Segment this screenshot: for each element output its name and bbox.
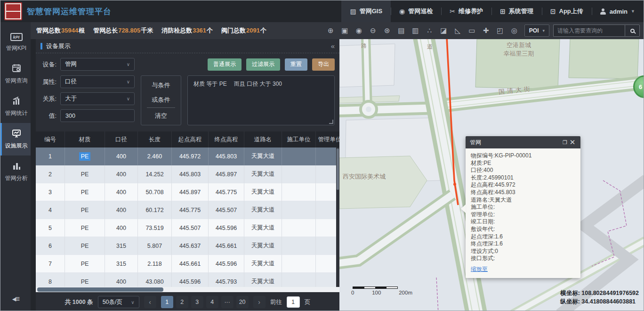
popup-field: 起点埋深:1.6 <box>471 233 575 241</box>
page-size-select[interactable]: 50条/页 ∨ <box>98 296 139 308</box>
divider <box>147 107 175 108</box>
scale-bar-labels: 0100200m <box>351 290 412 295</box>
scrollbar-thumb[interactable] <box>337 148 339 190</box>
map-label-road-fragment: 道 <box>427 43 433 51</box>
popup-field: 竣工日期: <box>471 218 575 226</box>
stat-unit: 根 <box>79 27 85 34</box>
reset-button[interactable]: 重置 <box>285 58 307 71</box>
normal-display-button[interactable]: 普通展示 <box>208 58 242 71</box>
locate-pin-icon[interactable]: ◉ <box>353 25 365 37</box>
page-button[interactable]: ··· <box>221 296 233 308</box>
value-input[interactable] <box>60 109 135 122</box>
close-icon[interactable]: ✕ <box>569 138 576 147</box>
map-toolbar: ⊕▣◉⊖⊛▤▥∴◪◺▭✚◰◎ <box>324 25 521 37</box>
map-coordinates: 横坐标: 108.80284491976592 纵坐标: 34.41808844… <box>560 289 639 306</box>
clear-condition-button[interactable]: 清空 <box>141 108 181 123</box>
goto-label: 前往 <box>270 298 282 306</box>
zoom-to-link[interactable]: 缩放至 <box>466 262 580 278</box>
add-pin-icon[interactable]: ⊛ <box>381 25 394 37</box>
stat-unit: 个 <box>207 27 213 34</box>
poi-select[interactable]: POI ▾ <box>524 25 549 37</box>
stat-value: 35944 <box>61 27 79 34</box>
sidebar-item-pipe-analysis[interactable]: 管网分析 <box>0 156 31 188</box>
attribute-select[interactable]: 口径 ∨ <box>60 75 135 88</box>
stat-item: 消防栓总数3361个 <box>161 26 213 35</box>
scrollbar-thumb[interactable] <box>37 287 163 292</box>
app-logo <box>4 2 22 20</box>
user-menu[interactable]: admin ▼ <box>592 0 644 22</box>
identify-icon[interactable]: ◎ <box>508 25 521 37</box>
export-map-icon[interactable]: ▥ <box>409 25 422 37</box>
page-button[interactable]: 3 <box>191 296 203 308</box>
table-row[interactable]: 3 PE 400 50.708 445.897 445.775 天翼大道 <box>36 183 339 201</box>
y-coord-value: 34.41808844603881 <box>581 298 636 305</box>
table-row[interactable]: 1 PE 400 2.460 445.972 445.803 天翼大道 <box>36 147 339 165</box>
nav-item-app-upload[interactable]: ⊡ App上传 <box>542 0 592 22</box>
map-area[interactable]: 空港新城 幸福里三期 国清大街 西安国际美术城 道 路 6 管网 ❐ ✕ <box>339 39 644 311</box>
clear-graphics-icon[interactable]: ◪ <box>437 25 450 37</box>
or-condition-button[interactable]: 或条件 <box>141 92 181 107</box>
sidebar-item-pipe-query[interactable]: 管网查询 <box>0 58 31 90</box>
results-table: 编号材质口径长度起点高程终点高程道路名施工单位管理单位 1 PE 400 2.4… <box>36 131 339 292</box>
stat-unit: 个 <box>260 27 266 34</box>
export-button[interactable]: 导出 <box>312 58 335 71</box>
measure-path-icon[interactable]: ∴ <box>423 25 436 37</box>
and-condition-button[interactable]: 与条件 <box>141 78 181 92</box>
pan-icon[interactable]: ✚ <box>480 25 492 37</box>
select-box-icon[interactable]: ◰ <box>494 25 507 37</box>
relation-select[interactable]: 大于 ∨ <box>60 92 135 105</box>
app-title: 智慧管网运维管理平台 <box>27 6 112 17</box>
column-header: 道路名 <box>244 131 282 147</box>
nav-item-pipe-gis[interactable]: ▨ 管网GIS <box>341 0 391 22</box>
horizontal-scrollbar[interactable] <box>36 287 339 292</box>
goto-page-input[interactable] <box>287 296 300 308</box>
scale-bar-segments <box>353 286 398 289</box>
print-icon[interactable]: ▤ <box>395 25 408 37</box>
collapse-panel-button[interactable]: « <box>331 42 335 50</box>
table-row[interactable]: 2 PE 400 14.252 445.803 445.897 天翼大道 <box>36 165 339 183</box>
sidebar-item-facility-display[interactable]: 设施展示 <box>0 123 31 156</box>
chart-growth-icon <box>11 96 22 106</box>
device-select[interactable]: 管网 ∨ <box>60 58 135 71</box>
vertical-scrollbar[interactable] <box>336 147 339 287</box>
sidebar-item-pipe-statistics[interactable]: 管网统计 <box>0 90 31 123</box>
search-input[interactable] <box>553 25 625 37</box>
page-button[interactable]: 4 <box>206 296 218 308</box>
measure-area-icon[interactable]: ◺ <box>451 25 464 37</box>
page-button[interactable]: 20 <box>236 296 249 308</box>
zoom-in-icon[interactable]: ⊕ <box>324 25 337 37</box>
remove-pin-icon[interactable]: ⊖ <box>367 25 379 37</box>
nav-item-maintenance[interactable]: ✂ 维修养护 <box>441 0 491 22</box>
next-page-button[interactable]: › <box>253 296 266 308</box>
nav-item-pipe-inspection[interactable]: ◉ 管网巡检 <box>391 0 441 22</box>
page-button[interactable]: 1 <box>161 296 173 308</box>
user-name: admin <box>610 8 628 15</box>
tools-icon: ✂ <box>450 8 455 15</box>
filter-display-button[interactable]: 过滤展示 <box>246 58 280 71</box>
pagination: 共 1000 条 50条/页 ∨ ‹ 1234···20 › 前往 页 <box>36 292 339 311</box>
table-row[interactable]: 4 PE 400 60.172 445.775 445.507 天翼大道 <box>36 201 339 219</box>
table-row[interactable]: 6 PE 315 5.807 445.637 445.661 天翼大道 <box>36 237 339 255</box>
full-extent-icon[interactable]: ▣ <box>338 25 351 37</box>
sidebar-item-pipe-kpi[interactable]: kPI 管网KPI <box>0 28 31 58</box>
stat-item: 管网总长728.805千米 <box>93 26 153 35</box>
prev-page-button[interactable]: ‹ <box>144 296 156 308</box>
monitor-chart-icon <box>11 128 22 139</box>
bar-chart-icon <box>11 161 22 171</box>
table-row[interactable]: 5 PE 400 73.519 445.507 445.596 天翼大道 <box>36 219 339 237</box>
table-row[interactable]: 8 PE 400 43.080 445.596 445.793 天翼大道 <box>36 273 339 287</box>
page-button[interactable]: 2 <box>176 296 188 308</box>
collapse-sidebar-icon[interactable]: ◂≡ <box>12 294 19 304</box>
table-row[interactable]: 7 PE 315 2.118 445.661 445.596 天翼大道 <box>36 255 339 273</box>
popup-field: 施工单位: <box>471 204 575 211</box>
column-header: 施工单位 <box>282 131 316 147</box>
relation-select-value: 大于 <box>65 95 127 103</box>
map-label-road-fragment: 路 <box>361 42 367 50</box>
search-button[interactable] <box>625 25 640 37</box>
swipe-window-icon[interactable]: ▭ <box>466 25 478 37</box>
attribute-select-value: 口径 <box>65 78 127 86</box>
condition-textarea[interactable]: 材质 等于 PE 而且 口径 大于 300 <box>187 75 335 125</box>
nav-item-system-management[interactable]: ⊞ 系统管理 <box>491 0 542 22</box>
maximize-icon[interactable]: ❐ <box>561 139 569 146</box>
popup-title: 管网 <box>470 139 561 147</box>
